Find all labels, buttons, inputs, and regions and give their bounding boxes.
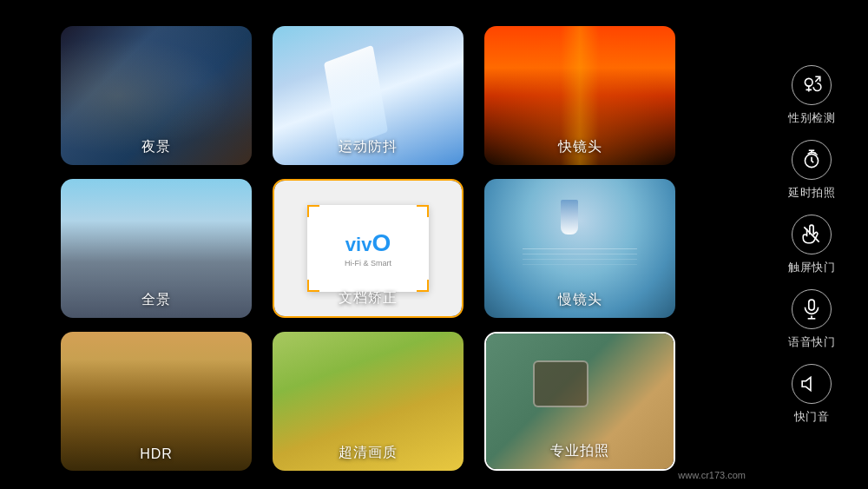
mode-hdr-label: HDR <box>61 446 252 462</box>
sidebar-gender[interactable]: 性别检测 <box>788 62 835 129</box>
sidebar-voice[interactable]: 语音快门 <box>788 286 835 354</box>
volume-label: 快门音 <box>794 409 830 425</box>
mode-doc-label: 文档矫正 <box>274 289 462 307</box>
voice-icon <box>792 289 832 329</box>
mode-night[interactable]: 夜景 <box>61 26 252 165</box>
sidebar-timer[interactable]: 延时拍照 <box>788 136 835 204</box>
timer-label: 延时拍照 <box>788 185 835 201</box>
mode-hdr[interactable]: HDR <box>61 332 252 471</box>
mode-pro-label: 专业拍照 <box>486 442 674 460</box>
camera-modes-grid: 夜景 运动防抖 快镜头 全景 vivO Hi-Fi & Smart 文档矫正 慢… <box>52 17 729 472</box>
mode-clarity[interactable]: 超清画质 <box>273 332 464 471</box>
sidebar-volume[interactable]: 快门音 <box>792 360 832 428</box>
mode-slow[interactable]: 慢镜头 <box>484 179 675 318</box>
mode-fast[interactable]: 快镜头 <box>484 26 675 165</box>
mode-panorama-label: 全景 <box>61 291 252 309</box>
mode-doc[interactable]: vivO Hi-Fi & Smart 文档矫正 <box>273 179 464 318</box>
mode-panorama[interactable]: 全景 <box>61 179 252 318</box>
sidebar-touch[interactable]: 触屏快门 <box>788 211 835 279</box>
svg-point-0 <box>805 78 812 86</box>
mode-pro[interactable]: 专业拍照 <box>484 332 675 471</box>
mode-night-label: 夜景 <box>61 138 252 156</box>
mode-sport-label: 运动防抖 <box>273 138 464 156</box>
camera-sidebar: 性别检测 延时拍照 触屏快门 <box>755 0 868 489</box>
mode-sport[interactable]: 运动防抖 <box>273 26 464 165</box>
watermark: www.cr173.com <box>673 468 751 482</box>
svg-marker-7 <box>802 377 811 390</box>
mode-clarity-label: 超清画质 <box>273 444 464 462</box>
voice-label: 语音快门 <box>788 334 835 350</box>
gender-icon <box>792 65 832 105</box>
gender-label: 性别检测 <box>788 110 835 126</box>
volume-icon <box>792 364 832 404</box>
touch-label: 触屏快门 <box>788 260 835 275</box>
mode-fast-label: 快镜头 <box>484 138 675 156</box>
svg-rect-4 <box>809 300 815 310</box>
touch-icon <box>792 215 832 254</box>
timer-icon <box>792 140 832 180</box>
mode-slow-label: 慢镜头 <box>484 291 675 309</box>
